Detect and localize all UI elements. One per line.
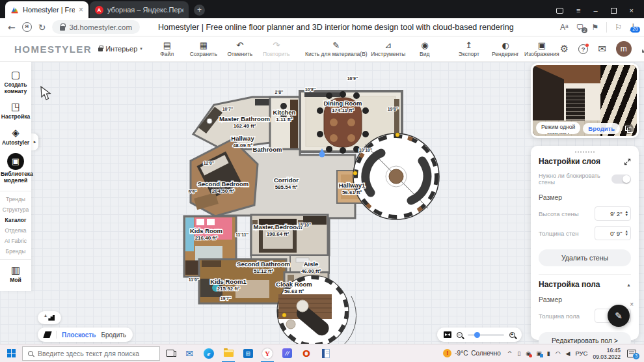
drag-handle[interactable] [575,151,595,153]
room-label: Hallway [231,135,254,142]
toolbar-button[interactable]: ↶ Отменить [222,41,258,57]
lock-walls-toggle[interactable] [611,174,631,184]
sidebar-item[interactable]: ▣ Библиотека моделей [1,153,31,184]
clock[interactable]: 16:45 09.03.2022 [593,347,621,360]
back-button[interactable]: ← [8,22,16,33]
restore-button[interactable] [611,8,617,14]
stepper[interactable]: ▲▼ [625,230,628,236]
fullscreen-icon[interactable] [641,44,644,53]
translate-icon[interactable]: Aᵃ [560,23,568,32]
avatar[interactable]: m [616,41,632,57]
help-icon[interactable]: ? [578,44,588,54]
taskbar-app[interactable]: Y [258,344,277,362]
tab-close-icon[interactable]: × [79,5,83,14]
sidebar-item[interactable]: ◳ Настройка [1,102,31,120]
tray-icon[interactable]: ^ [507,350,513,357]
taskbar-app[interactable]: e [199,344,219,362]
plane-2d-icon[interactable] [43,331,51,338]
tray-icon[interactable]: ◉ [526,350,531,357]
minimize-button[interactable]: – [593,7,597,14]
search-input[interactable] [38,350,154,357]
language-indicator[interactable]: РУС [575,350,587,357]
toolbar-button[interactable]: ✎ Кисть для материала(B) [302,41,370,57]
project-selector[interactable]: Интерьер ▾ [98,45,142,53]
toolbar-button[interactable]: ◉ Вид [407,41,443,57]
download-icon[interactable]: ↓20 [630,23,636,31]
plane-mode-button[interactable]: Плоскость [62,331,96,339]
tray-icon[interactable]: ◠ [556,350,561,357]
toolbar-button[interactable]: ↥ Экспорт [451,41,487,57]
sidebar-subitem[interactable]: AI Fabric [0,236,31,246]
add-floor-button[interactable]: + [38,311,61,324]
tray-icon[interactable]: ▣ [536,350,542,357]
taskbar-app[interactable]: // [277,344,297,362]
chat-extension-icon[interactable]: 🗩2 [576,23,584,32]
room-round-lounge[interactable] [353,133,439,219]
stepper[interactable]: ▲▼ [625,210,628,217]
zoom-out-icon[interactable]: ‒ [457,332,463,338]
toolbar-button[interactable]: ◐ Рендеринг [487,41,524,57]
zoom-slider-knob[interactable] [474,332,480,338]
taskbar-app[interactable] [219,344,238,362]
tray-icon[interactable]: ▮ [547,350,550,357]
sidebar-subitem[interactable]: Каталог [0,215,31,225]
wall-height-input[interactable]: 9' 2'' ▲▼ [595,206,631,221]
weather-widget[interactable]: ! -9°C Солнечно [443,349,501,357]
tab-search-icon[interactable] [556,8,563,14]
tray-icon[interactable]: ◀ [566,350,570,357]
toolbar-button[interactable]: ▤ Файл [149,41,185,57]
zoom-in-icon[interactable]: + [509,332,515,338]
sidebar-subitem[interactable]: Структура [0,204,31,215]
task-view-button[interactable] [160,344,180,362]
toolbar-icon: ◉ [407,41,443,50]
wander-mode-button[interactable]: Бродить [101,331,126,339]
toolbar-button[interactable]: ↷ Повторить [258,41,295,57]
bookmark-icon[interactable]: ⚑ [591,23,598,32]
sidebar-item[interactable]: ▥ Мой [1,265,31,284]
taskbar-app[interactable]: ⊞ [238,344,258,362]
taskbar-search[interactable] [22,346,160,361]
sidebar-item-icon: ◳ [11,102,20,113]
preview-3d-view[interactable]: Режим одной комнаты Бродить [533,65,637,136]
toolbar-button[interactable]: ▣ Изображения [524,41,560,57]
sidebar-item[interactable]: ▢ Создать комнату [1,70,31,94]
sidebar-subitem[interactable]: Отделка [0,225,31,236]
wander-button[interactable]: Бродить [583,123,620,134]
menu-icon[interactable]: ≡ [576,7,580,14]
collapse-icon[interactable]: ▲ [626,283,631,287]
extension-icon[interactable]: ⚐ [615,23,622,32]
start-button[interactable] [0,344,22,362]
notification-center-icon[interactable]: 3 [627,350,636,357]
sidebar-subitem[interactable]: Тренды [0,194,31,204]
taskbar-app[interactable] [316,344,336,362]
sidebar-item[interactable]: ◈ Autostyler [1,128,31,146]
profile-icon[interactable]: Я [22,22,32,32]
fit-view-icon[interactable] [444,331,451,338]
taskbar-app[interactable]: ✉ [180,344,199,362]
taskbar-app[interactable]: O [297,344,316,362]
sidebar-subitem[interactable]: Бренды [0,246,31,257]
new-tab-button[interactable]: + [194,5,205,16]
mail-icon[interactable]: ✉ [598,43,606,55]
zoom-control: ‒ + [437,327,522,342]
browser-tab-active[interactable]: Homestyler | Free online × [5,1,88,18]
close-window-button[interactable]: × [630,7,634,14]
browser-tab-inactive[interactable]: A уборная – Яндекс.Перево [90,1,189,18]
app-icon [224,350,234,357]
expand-panel-icon[interactable] [624,158,631,165]
settings-gear-icon[interactable]: ⚙ [560,43,569,55]
wall-thickness-input[interactable]: 0' 9'' ▲▼ [595,226,631,240]
delete-walls-button[interactable]: Удалить стены [539,249,631,266]
zoom-slider[interactable] [468,334,504,336]
reload-button[interactable]: ↻ [38,22,46,33]
feedback-close-icon[interactable]: × [630,301,634,308]
feedback-button[interactable]: ✎ [608,305,630,327]
room-mode-button[interactable]: Режим одной комнаты [536,122,580,134]
url-field[interactable]: 3d.homestyler.com [52,20,140,34]
toolbar-button[interactable]: ⊿ Инструменты [370,41,407,57]
room-master-bedroom[interactable] [251,215,328,255]
copy-view-icon[interactable] [623,123,634,134]
tray-icon[interactable]: ▯ [517,350,520,357]
sidebar-expand-tab[interactable]: ▸ [31,133,38,150]
toolbar-button[interactable]: ▦ Сохранить [185,41,222,57]
